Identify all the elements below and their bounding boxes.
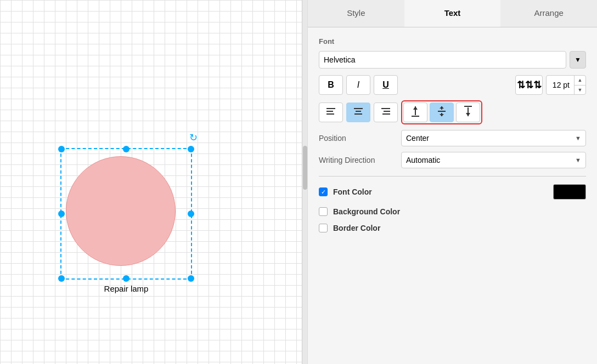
writing-direction-value: Automatic <box>406 156 440 164</box>
position-row: Position Center ▼ <box>319 130 586 146</box>
canvas: ↻ Repair lamp <box>0 0 307 364</box>
handle-br[interactable] <box>188 275 194 282</box>
valign-top-icon <box>410 105 421 120</box>
scrollbar[interactable] <box>302 0 307 364</box>
font-dropdown-arrow[interactable]: ▼ <box>570 51 586 69</box>
svg-marker-13 <box>440 106 444 109</box>
font-color-label: Font Color <box>333 187 548 196</box>
font-section: Font Helvetica ▼ B I U <box>319 37 586 168</box>
align-right-button[interactable] <box>374 103 398 122</box>
valign-top-button[interactable] <box>403 103 427 122</box>
italic-label: I <box>357 80 359 90</box>
underline-button[interactable]: U <box>374 75 398 95</box>
handle-bl[interactable] <box>58 275 65 282</box>
border-color-checkbox[interactable] <box>319 224 328 232</box>
scrollbar-thumb[interactable] <box>303 146 307 190</box>
rotate-handle[interactable]: ↻ <box>189 132 200 143</box>
writing-direction-label: Writing Direction <box>319 156 396 164</box>
align-left-icon <box>325 106 336 118</box>
font-size-up[interactable]: ▲ <box>575 75 585 86</box>
valign-bottom-icon <box>463 105 474 120</box>
background-color-label: Background Color <box>333 207 586 216</box>
circle-shape <box>66 156 176 266</box>
align-center-button[interactable] <box>346 103 370 122</box>
border-color-row: Border Color <box>319 224 586 232</box>
italic-button[interactable]: I <box>346 75 370 95</box>
underline-label: U <box>382 80 389 90</box>
panel: Style Text Arrange Font Helvetica ▼ B I <box>307 0 597 364</box>
font-size-box: 12 pt ▲ ▼ <box>546 75 586 95</box>
position-arrow-icon: ▼ <box>575 135 581 141</box>
format-btn-row: B I U ⇅⇅⇅ 12 pt ▲ ▼ <box>319 75 586 95</box>
shape-container: ↻ Repair lamp <box>60 148 192 302</box>
border-color-label: Border Color <box>333 224 586 232</box>
writing-direction-arrow-icon: ▼ <box>575 157 581 163</box>
font-size-spinners: ▲ ▼ <box>574 75 585 95</box>
svg-marker-10 <box>413 106 418 110</box>
tab-text[interactable]: Text <box>404 0 501 27</box>
position-value: Center <box>406 134 429 143</box>
font-size-down[interactable]: ▼ <box>575 86 585 95</box>
position-select[interactable]: Center ▼ <box>401 130 586 146</box>
font-color-swatch[interactable] <box>553 184 586 200</box>
handle-ml[interactable] <box>58 211 65 217</box>
valign-group <box>401 100 482 124</box>
background-color-checkbox[interactable] <box>319 207 328 216</box>
alignment-btn-row <box>319 100 586 124</box>
bold-label: B <box>328 80 334 90</box>
column-lines-icon: ⇅⇅⇅ <box>517 79 542 91</box>
shape-label: Repair lamp <box>60 284 192 293</box>
bold-button[interactable]: B <box>319 75 343 95</box>
font-size-value: 12 pt <box>547 81 574 89</box>
svg-marker-16 <box>440 114 444 116</box>
valign-bottom-button[interactable] <box>456 103 480 122</box>
divider <box>319 176 586 177</box>
panel-content: Font Helvetica ▼ B I U <box>308 27 597 364</box>
font-name: Helvetica <box>324 55 356 64</box>
position-label: Position <box>319 134 396 143</box>
tab-style[interactable]: Style <box>308 0 404 27</box>
align-right-icon <box>380 106 391 118</box>
tabs: Style Text Arrange <box>308 0 597 27</box>
column-lines-button[interactable]: ⇅⇅⇅ <box>515 75 543 95</box>
align-left-button[interactable] <box>319 103 343 122</box>
background-color-row: Background Color <box>319 207 586 216</box>
handle-tl[interactable] <box>58 146 65 152</box>
align-center-icon <box>353 106 364 118</box>
font-color-row: Font Color <box>319 184 586 200</box>
valign-middle-icon <box>436 105 447 120</box>
handle-mr[interactable] <box>188 211 194 217</box>
font-section-label: Font <box>319 37 586 46</box>
handle-tr[interactable] <box>188 146 194 152</box>
svg-marker-18 <box>466 113 470 116</box>
valign-middle-button[interactable] <box>430 103 454 122</box>
tab-arrange[interactable]: Arrange <box>500 0 597 27</box>
writing-direction-row: Writing Direction Automatic ▼ <box>319 152 586 168</box>
font-dropdown[interactable]: Helvetica <box>319 51 566 69</box>
writing-direction-select[interactable]: Automatic ▼ <box>401 152 586 168</box>
handle-tm[interactable] <box>123 146 129 152</box>
font-selector-row: Helvetica ▼ <box>319 51 586 69</box>
handle-bm[interactable] <box>123 275 129 282</box>
font-color-checkbox[interactable] <box>319 187 328 196</box>
